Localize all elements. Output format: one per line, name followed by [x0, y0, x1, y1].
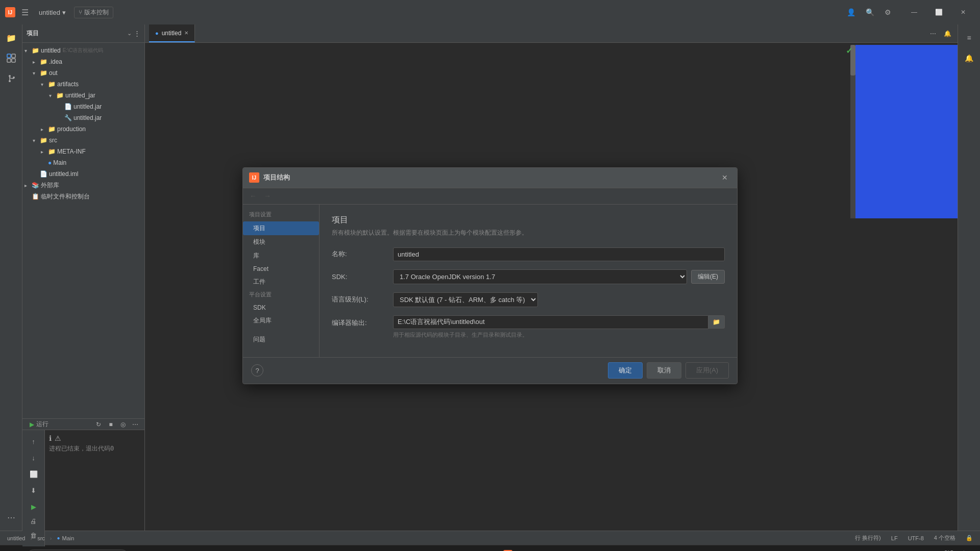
- dialog-footer: ? 确定 取消 应用(A): [243, 357, 737, 384]
- dialog-sidebar-item-project[interactable]: 项目: [243, 221, 319, 235]
- dialog-nav-forward: →: [261, 190, 274, 202]
- name-input[interactable]: [393, 247, 725, 261]
- form-label-name: 名称:: [332, 249, 393, 259]
- ok-button[interactable]: 确定: [608, 362, 643, 379]
- dialog-content-title: 项目: [332, 215, 725, 226]
- form-label-sdk: SDK:: [332, 273, 393, 281]
- dialog-sidebar-item-problems[interactable]: 问题: [243, 333, 319, 346]
- project-structure-dialog: IJ 项目结构 ✕ ← → 项目设置 项目 模块 库 Facet 工件 平台设置…: [242, 167, 738, 384]
- form-row-sdk: SDK: 1.7 Oracle OpenJDK version 1.7 编辑(E…: [332, 269, 725, 284]
- dialog-sidebar-section-project: 项目设置: [243, 209, 319, 220]
- sdk-select[interactable]: 1.7 Oracle OpenJDK version 1.7: [393, 269, 687, 284]
- compiler-hint: 用于相应源代码的模块子目录、生产目录和测试目录。: [393, 331, 725, 339]
- dialog-content-desc: 所有模块的默认设置。根据需要在模块页面上为每个模块配置这些形参。: [332, 229, 725, 237]
- help-button[interactable]: ?: [251, 364, 263, 377]
- dialog-titlebar: IJ 项目结构 ✕: [243, 168, 737, 188]
- form-row-compiler: 编译器输出: 📁 用于相应源代码的模块子目录、生产目录和测试目录。: [332, 315, 725, 339]
- dialog-sidebar-item-artifacts[interactable]: 工件: [243, 275, 319, 289]
- dialog-close-button[interactable]: ✕: [719, 171, 731, 184]
- form-label-compiler: 编译器输出:: [332, 315, 393, 328]
- dialog-sidebar-item-sdk[interactable]: SDK: [243, 302, 319, 314]
- compiler-browse-button[interactable]: 📁: [708, 315, 725, 329]
- dialog-sidebar-item-global-libs[interactable]: 全局库: [243, 314, 319, 328]
- cancel-button[interactable]: 取消: [647, 362, 681, 379]
- dialog-nav-back: ←: [247, 190, 259, 202]
- dialog-sidebar-item-modules[interactable]: 模块: [243, 235, 319, 249]
- dialog-sidebar-item-libraries[interactable]: 库: [243, 249, 319, 263]
- dialog-nav: ← →: [243, 188, 737, 205]
- dialog-sidebar-section-problems: [243, 328, 319, 332]
- compiler-input[interactable]: [393, 315, 708, 329]
- form-row-lang: 语言级别(L): SDK 默认值 (7 - 钻石、ARM、多 catch 等): [332, 292, 725, 307]
- form-row-name: 名称:: [332, 247, 725, 261]
- form-control-sdk: 1.7 Oracle OpenJDK version 1.7 编辑(E): [393, 269, 725, 284]
- footer-buttons: 确定 取消 应用(A): [608, 362, 729, 379]
- form-label-lang: 语言级别(L):: [332, 295, 393, 304]
- sdk-edit-button[interactable]: 编辑(E): [691, 270, 725, 284]
- compiler-input-row: 📁: [393, 315, 725, 329]
- dialog-sidebar-section-platform: 平台设置: [243, 289, 319, 300]
- form-control-compiler: 📁 用于相应源代码的模块子目录、生产目录和测试目录。: [393, 315, 725, 339]
- dialog-body: 项目设置 项目 模块 库 Facet 工件 平台设置 SDK 全局库 问题 项目…: [243, 205, 737, 357]
- dialog-overlay: IJ 项目结构 ✕ ← → 项目设置 项目 模块 库 Facet 工件 平台设置…: [0, 0, 980, 551]
- dialog-sidebar: 项目设置 项目 模块 库 Facet 工件 平台设置 SDK 全局库 问题: [243, 205, 320, 357]
- dialog-app-icon: IJ: [249, 172, 259, 183]
- apply-button[interactable]: 应用(A): [685, 362, 729, 379]
- lang-select[interactable]: SDK 默认值 (7 - 钻石、ARM、多 catch 等): [393, 292, 538, 307]
- dialog-content: 项目 所有模块的默认设置。根据需要在模块页面上为每个模块配置这些形参。 名称: …: [320, 205, 737, 357]
- form-control-name: [393, 247, 725, 261]
- dialog-sidebar-item-facet[interactable]: Facet: [243, 263, 319, 275]
- sdk-select-row: 1.7 Oracle OpenJDK version 1.7 编辑(E): [393, 269, 725, 284]
- form-control-lang: SDK 默认值 (7 - 钻石、ARM、多 catch 等): [393, 292, 725, 307]
- dialog-title: 项目结构: [263, 173, 719, 182]
